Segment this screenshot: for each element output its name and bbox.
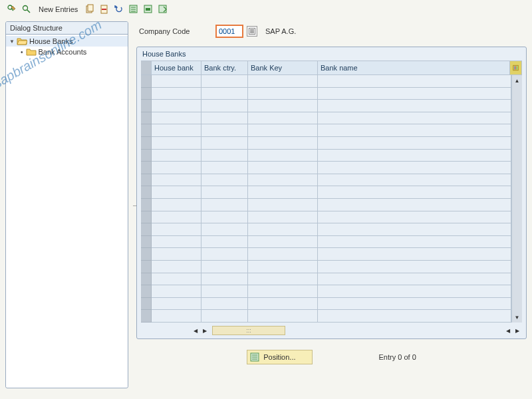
cell-bank-ctry[interactable] — [201, 310, 248, 323]
table-row[interactable] — [141, 186, 511, 199]
cell-bank-ctry[interactable] — [201, 162, 248, 174]
table-row[interactable] — [141, 75, 511, 88]
scroll-first-icon[interactable]: ◀ — [191, 326, 200, 335]
expander-icon[interactable]: ▼ — [9, 38, 15, 45]
row-selector[interactable] — [141, 150, 152, 162]
table-row[interactable] — [141, 310, 511, 323]
cell-bank-key[interactable] — [248, 211, 318, 224]
cell-bank-key[interactable] — [248, 273, 318, 286]
cell-bank-name[interactable] — [318, 88, 511, 100]
cell-bank-name[interactable] — [318, 112, 511, 125]
cell-house-bank[interactable] — [152, 112, 201, 125]
position-button[interactable]: Position... — [247, 350, 312, 364]
cell-house-bank[interactable] — [152, 261, 201, 273]
cell-bank-name[interactable] — [318, 137, 511, 150]
row-selector[interactable] — [141, 298, 152, 311]
cell-house-bank[interactable] — [152, 199, 201, 211]
row-selector[interactable] — [141, 223, 152, 236]
cell-bank-name[interactable] — [318, 261, 511, 273]
table-row[interactable] — [141, 298, 511, 311]
cell-house-bank[interactable] — [152, 75, 201, 88]
table-row[interactable] — [141, 174, 511, 187]
scroll-left-icon[interactable]: ▶ — [200, 326, 209, 335]
table-row[interactable] — [141, 236, 511, 249]
value-help-button[interactable] — [247, 26, 257, 37]
cell-bank-ctry[interactable] — [201, 112, 248, 125]
cell-bank-ctry[interactable] — [201, 273, 248, 286]
deselect-all-icon[interactable] — [158, 4, 168, 15]
cell-bank-key[interactable] — [248, 150, 318, 162]
cell-bank-name[interactable] — [318, 248, 511, 261]
cell-bank-key[interactable] — [248, 199, 318, 211]
new-entries-button[interactable]: New Entries — [36, 5, 80, 13]
table-row[interactable] — [141, 88, 511, 100]
cell-bank-name[interactable] — [318, 285, 511, 298]
table-row[interactable] — [141, 211, 511, 224]
cell-bank-ctry[interactable] — [201, 199, 248, 211]
cell-bank-ctry[interactable] — [201, 236, 248, 249]
cell-bank-ctry[interactable] — [201, 211, 248, 224]
cell-house-bank[interactable] — [152, 100, 201, 112]
select-all-icon[interactable] — [128, 4, 139, 15]
select-block-icon[interactable] — [143, 4, 154, 15]
cell-house-bank[interactable] — [152, 285, 201, 298]
cell-bank-name[interactable] — [318, 186, 511, 199]
scroll-up-icon[interactable]: ▲ — [512, 75, 522, 86]
cell-bank-key[interactable] — [248, 285, 318, 298]
table-row[interactable] — [141, 100, 511, 112]
cell-house-bank[interactable] — [152, 248, 201, 261]
cell-bank-name[interactable] — [318, 124, 511, 137]
cell-bank-ctry[interactable] — [201, 285, 248, 298]
cell-bank-name[interactable] — [318, 150, 511, 162]
cell-bank-ctry[interactable] — [201, 124, 248, 137]
row-selector[interactable] — [141, 273, 152, 286]
row-selector[interactable] — [141, 248, 152, 261]
undo-icon[interactable] — [114, 4, 124, 15]
tree-item-bank-accounts[interactable]: • Bank Accounts — [6, 47, 128, 57]
cell-bank-key[interactable] — [248, 310, 318, 323]
row-selector[interactable] — [141, 112, 152, 125]
row-selector[interactable] — [141, 100, 152, 112]
row-selector[interactable] — [141, 186, 152, 199]
scroll-last-icon[interactable]: ▶ — [513, 326, 522, 335]
cell-bank-key[interactable] — [248, 162, 318, 174]
cell-bank-key[interactable] — [248, 298, 318, 311]
cell-house-bank[interactable] — [152, 162, 201, 174]
cell-house-bank[interactable] — [152, 174, 201, 187]
cell-bank-name[interactable] — [318, 199, 511, 211]
table-row[interactable] — [141, 248, 511, 261]
cell-bank-key[interactable] — [248, 174, 318, 187]
table-row[interactable] — [141, 162, 511, 174]
cell-house-bank[interactable] — [152, 150, 201, 162]
vertical-scrollbar[interactable]: ▲ ▼ — [511, 75, 522, 323]
cell-house-bank[interactable] — [152, 124, 201, 137]
cell-bank-name[interactable] — [318, 310, 511, 323]
cell-house-bank[interactable] — [152, 298, 201, 311]
row-selector[interactable] — [141, 75, 152, 88]
cell-bank-name[interactable] — [318, 211, 511, 224]
row-selector[interactable] — [141, 310, 152, 323]
row-selector[interactable] — [141, 88, 152, 100]
table-row[interactable] — [141, 124, 511, 137]
horizontal-scrollbar[interactable]: ::: — [212, 326, 285, 335]
cell-bank-ctry[interactable] — [201, 100, 248, 112]
cell-bank-ctry[interactable] — [201, 75, 248, 88]
cell-bank-name[interactable] — [318, 223, 511, 236]
cell-bank-key[interactable] — [248, 248, 318, 261]
cell-house-bank[interactable] — [152, 223, 201, 236]
cell-bank-ctry[interactable] — [201, 137, 248, 150]
cell-house-bank[interactable] — [152, 211, 201, 224]
cell-bank-key[interactable] — [248, 88, 318, 100]
row-selector[interactable] — [141, 261, 152, 273]
row-selector[interactable] — [141, 174, 152, 187]
display-change-icon[interactable] — [7, 4, 17, 15]
cell-house-bank[interactable] — [152, 273, 201, 286]
cell-bank-ctry[interactable] — [201, 150, 248, 162]
cell-bank-key[interactable] — [248, 100, 318, 112]
row-selector[interactable] — [141, 124, 152, 137]
row-selector[interactable] — [141, 285, 152, 298]
company-code-input[interactable] — [216, 25, 243, 37]
row-selector[interactable] — [141, 236, 152, 249]
cell-bank-name[interactable] — [318, 273, 511, 286]
copy-icon[interactable] — [84, 4, 95, 15]
